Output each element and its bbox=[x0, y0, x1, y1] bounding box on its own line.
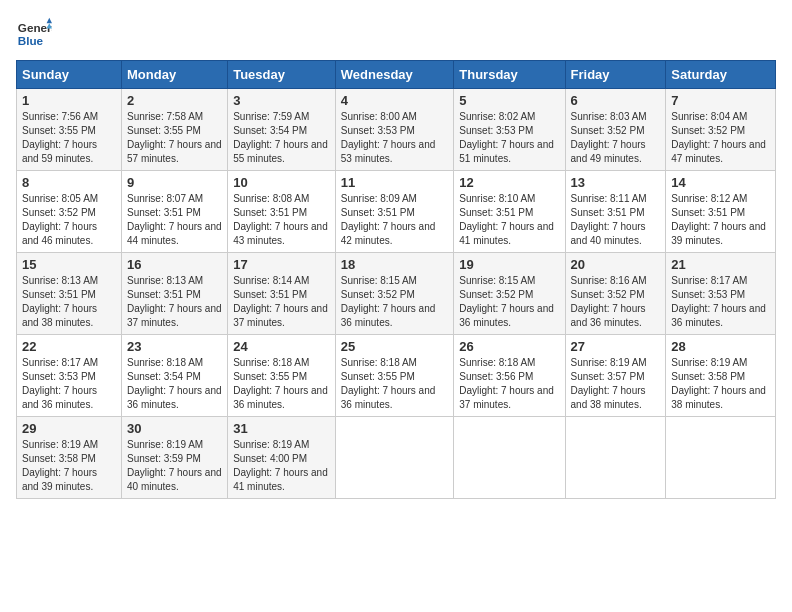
calendar-cell: 25Sunrise: 8:18 AMSunset: 3:55 PMDayligh… bbox=[335, 335, 454, 417]
svg-text:Blue: Blue bbox=[18, 34, 44, 47]
calendar-cell: 23Sunrise: 8:18 AMSunset: 3:54 PMDayligh… bbox=[122, 335, 228, 417]
calendar-cell: 17Sunrise: 8:14 AMSunset: 3:51 PMDayligh… bbox=[228, 253, 336, 335]
calendar-cell: 24Sunrise: 8:18 AMSunset: 3:55 PMDayligh… bbox=[228, 335, 336, 417]
day-info: Sunrise: 8:19 AMSunset: 3:59 PMDaylight:… bbox=[127, 438, 222, 494]
day-info: Sunrise: 8:10 AMSunset: 3:51 PMDaylight:… bbox=[459, 192, 559, 248]
calendar-cell: 20Sunrise: 8:16 AMSunset: 3:52 PMDayligh… bbox=[565, 253, 666, 335]
day-number: 15 bbox=[22, 257, 116, 272]
day-info: Sunrise: 8:19 AMSunset: 4:00 PMDaylight:… bbox=[233, 438, 330, 494]
day-number: 9 bbox=[127, 175, 222, 190]
day-number: 1 bbox=[22, 93, 116, 108]
day-number: 13 bbox=[571, 175, 661, 190]
column-header-wednesday: Wednesday bbox=[335, 61, 454, 89]
day-info: Sunrise: 8:00 AMSunset: 3:53 PMDaylight:… bbox=[341, 110, 449, 166]
day-number: 3 bbox=[233, 93, 330, 108]
day-number: 10 bbox=[233, 175, 330, 190]
column-header-monday: Monday bbox=[122, 61, 228, 89]
day-number: 6 bbox=[571, 93, 661, 108]
day-number: 28 bbox=[671, 339, 770, 354]
week-row-2: 8Sunrise: 8:05 AMSunset: 3:52 PMDaylight… bbox=[17, 171, 776, 253]
day-info: Sunrise: 8:12 AMSunset: 3:51 PMDaylight:… bbox=[671, 192, 770, 248]
calendar-cell: 28Sunrise: 8:19 AMSunset: 3:58 PMDayligh… bbox=[666, 335, 776, 417]
calendar-cell: 19Sunrise: 8:15 AMSunset: 3:52 PMDayligh… bbox=[454, 253, 565, 335]
day-number: 18 bbox=[341, 257, 449, 272]
day-number: 11 bbox=[341, 175, 449, 190]
day-number: 29 bbox=[22, 421, 116, 436]
day-number: 16 bbox=[127, 257, 222, 272]
day-number: 24 bbox=[233, 339, 330, 354]
day-info: Sunrise: 7:56 AMSunset: 3:55 PMDaylight:… bbox=[22, 110, 116, 166]
calendar-cell: 15Sunrise: 8:13 AMSunset: 3:51 PMDayligh… bbox=[17, 253, 122, 335]
calendar-cell: 31Sunrise: 8:19 AMSunset: 4:00 PMDayligh… bbox=[228, 417, 336, 499]
day-number: 19 bbox=[459, 257, 559, 272]
day-info: Sunrise: 8:16 AMSunset: 3:52 PMDaylight:… bbox=[571, 274, 661, 330]
calendar-cell: 2Sunrise: 7:58 AMSunset: 3:55 PMDaylight… bbox=[122, 89, 228, 171]
day-number: 17 bbox=[233, 257, 330, 272]
day-number: 23 bbox=[127, 339, 222, 354]
week-row-5: 29Sunrise: 8:19 AMSunset: 3:58 PMDayligh… bbox=[17, 417, 776, 499]
day-number: 20 bbox=[571, 257, 661, 272]
day-number: 12 bbox=[459, 175, 559, 190]
calendar-cell: 30Sunrise: 8:19 AMSunset: 3:59 PMDayligh… bbox=[122, 417, 228, 499]
calendar-cell: 3Sunrise: 7:59 AMSunset: 3:54 PMDaylight… bbox=[228, 89, 336, 171]
calendar-cell: 26Sunrise: 8:18 AMSunset: 3:56 PMDayligh… bbox=[454, 335, 565, 417]
calendar-cell: 8Sunrise: 8:05 AMSunset: 3:52 PMDaylight… bbox=[17, 171, 122, 253]
calendar-cell bbox=[565, 417, 666, 499]
calendar-cell: 10Sunrise: 8:08 AMSunset: 3:51 PMDayligh… bbox=[228, 171, 336, 253]
day-info: Sunrise: 7:58 AMSunset: 3:55 PMDaylight:… bbox=[127, 110, 222, 166]
header-row: SundayMondayTuesdayWednesdayThursdayFrid… bbox=[17, 61, 776, 89]
calendar-cell: 6Sunrise: 8:03 AMSunset: 3:52 PMDaylight… bbox=[565, 89, 666, 171]
day-info: Sunrise: 8:03 AMSunset: 3:52 PMDaylight:… bbox=[571, 110, 661, 166]
day-number: 26 bbox=[459, 339, 559, 354]
day-info: Sunrise: 8:14 AMSunset: 3:51 PMDaylight:… bbox=[233, 274, 330, 330]
day-info: Sunrise: 8:15 AMSunset: 3:52 PMDaylight:… bbox=[341, 274, 449, 330]
day-number: 31 bbox=[233, 421, 330, 436]
day-number: 27 bbox=[571, 339, 661, 354]
logo-icon: General Blue bbox=[16, 16, 52, 52]
calendar-cell: 5Sunrise: 8:02 AMSunset: 3:53 PMDaylight… bbox=[454, 89, 565, 171]
calendar-cell: 27Sunrise: 8:19 AMSunset: 3:57 PMDayligh… bbox=[565, 335, 666, 417]
calendar-cell: 9Sunrise: 8:07 AMSunset: 3:51 PMDaylight… bbox=[122, 171, 228, 253]
day-info: Sunrise: 8:13 AMSunset: 3:51 PMDaylight:… bbox=[22, 274, 116, 330]
calendar-cell bbox=[666, 417, 776, 499]
week-row-4: 22Sunrise: 8:17 AMSunset: 3:53 PMDayligh… bbox=[17, 335, 776, 417]
day-info: Sunrise: 8:19 AMSunset: 3:58 PMDaylight:… bbox=[671, 356, 770, 412]
week-row-1: 1Sunrise: 7:56 AMSunset: 3:55 PMDaylight… bbox=[17, 89, 776, 171]
day-info: Sunrise: 8:18 AMSunset: 3:55 PMDaylight:… bbox=[341, 356, 449, 412]
day-info: Sunrise: 8:15 AMSunset: 3:52 PMDaylight:… bbox=[459, 274, 559, 330]
calendar-cell: 13Sunrise: 8:11 AMSunset: 3:51 PMDayligh… bbox=[565, 171, 666, 253]
day-info: Sunrise: 8:04 AMSunset: 3:52 PMDaylight:… bbox=[671, 110, 770, 166]
calendar-table: SundayMondayTuesdayWednesdayThursdayFrid… bbox=[16, 60, 776, 499]
column-header-tuesday: Tuesday bbox=[228, 61, 336, 89]
column-header-friday: Friday bbox=[565, 61, 666, 89]
day-info: Sunrise: 8:05 AMSunset: 3:52 PMDaylight:… bbox=[22, 192, 116, 248]
day-number: 4 bbox=[341, 93, 449, 108]
day-info: Sunrise: 8:07 AMSunset: 3:51 PMDaylight:… bbox=[127, 192, 222, 248]
day-info: Sunrise: 8:18 AMSunset: 3:56 PMDaylight:… bbox=[459, 356, 559, 412]
day-info: Sunrise: 8:17 AMSunset: 3:53 PMDaylight:… bbox=[671, 274, 770, 330]
logo: General Blue bbox=[16, 16, 52, 52]
calendar-cell: 18Sunrise: 8:15 AMSunset: 3:52 PMDayligh… bbox=[335, 253, 454, 335]
page-header: General Blue bbox=[16, 16, 776, 52]
calendar-cell: 4Sunrise: 8:00 AMSunset: 3:53 PMDaylight… bbox=[335, 89, 454, 171]
column-header-thursday: Thursday bbox=[454, 61, 565, 89]
calendar-cell: 7Sunrise: 8:04 AMSunset: 3:52 PMDaylight… bbox=[666, 89, 776, 171]
day-number: 14 bbox=[671, 175, 770, 190]
day-number: 25 bbox=[341, 339, 449, 354]
day-info: Sunrise: 8:18 AMSunset: 3:55 PMDaylight:… bbox=[233, 356, 330, 412]
calendar-cell bbox=[335, 417, 454, 499]
column-header-saturday: Saturday bbox=[666, 61, 776, 89]
day-number: 2 bbox=[127, 93, 222, 108]
day-number: 22 bbox=[22, 339, 116, 354]
day-info: Sunrise: 8:02 AMSunset: 3:53 PMDaylight:… bbox=[459, 110, 559, 166]
calendar-cell: 16Sunrise: 8:13 AMSunset: 3:51 PMDayligh… bbox=[122, 253, 228, 335]
day-info: Sunrise: 7:59 AMSunset: 3:54 PMDaylight:… bbox=[233, 110, 330, 166]
calendar-cell: 21Sunrise: 8:17 AMSunset: 3:53 PMDayligh… bbox=[666, 253, 776, 335]
day-info: Sunrise: 8:08 AMSunset: 3:51 PMDaylight:… bbox=[233, 192, 330, 248]
calendar-cell: 1Sunrise: 7:56 AMSunset: 3:55 PMDaylight… bbox=[17, 89, 122, 171]
day-number: 21 bbox=[671, 257, 770, 272]
calendar-cell: 11Sunrise: 8:09 AMSunset: 3:51 PMDayligh… bbox=[335, 171, 454, 253]
day-number: 30 bbox=[127, 421, 222, 436]
day-info: Sunrise: 8:17 AMSunset: 3:53 PMDaylight:… bbox=[22, 356, 116, 412]
calendar-cell: 14Sunrise: 8:12 AMSunset: 3:51 PMDayligh… bbox=[666, 171, 776, 253]
